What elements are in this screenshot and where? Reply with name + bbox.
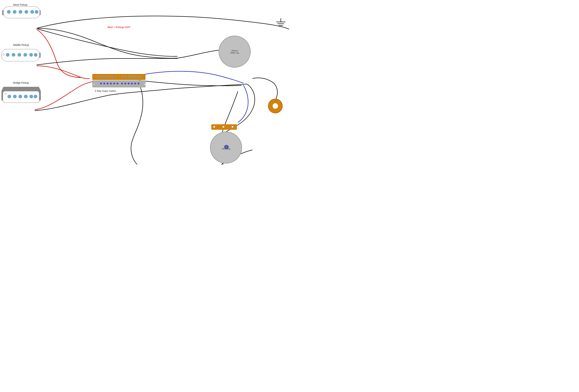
wires-svg bbox=[0, 0, 290, 196]
neck-pickup-label: Neck Pickup bbox=[13, 3, 27, 6]
bridge-pickup-housing bbox=[3, 91, 39, 103]
wiring-diagram: Neck Pickup Red = Pickup HOT Middle Pick… bbox=[0, 0, 290, 196]
neck-pickup-housing bbox=[3, 6, 40, 18]
switch-label: 5 Way Super Switch bbox=[95, 90, 116, 92]
ground-symbol bbox=[275, 18, 286, 29]
switch-contact-top bbox=[92, 74, 145, 80]
middle-pickup-label: Middle Pickup bbox=[13, 44, 29, 47]
tone-pot-mount bbox=[211, 124, 237, 130]
red-hot-label: Red = Pickup HOT bbox=[108, 26, 131, 29]
middle-pickup-housing bbox=[1, 49, 40, 61]
bridge-pickup-label: Bridge Pickup bbox=[13, 81, 29, 84]
output-jack bbox=[268, 99, 283, 113]
tone-pot-body: Tone 250K Log 2 bbox=[210, 132, 242, 164]
switch-lower-plate bbox=[92, 80, 145, 87]
volume-pot-body: Volume 250K Log bbox=[218, 36, 251, 68]
